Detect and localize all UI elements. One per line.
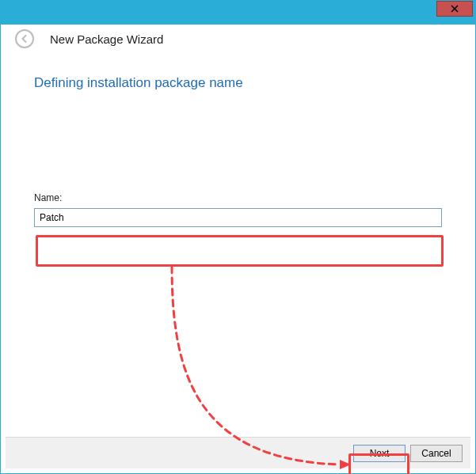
annotation-input-highlight [36,235,444,267]
name-field-block: Name: [34,192,442,227]
next-button[interactable]: Next [353,445,406,462]
step-heading: Defining installation package name [34,75,442,91]
cancel-button[interactable]: Cancel [410,445,463,462]
content-area: Defining installation package name Name: [6,53,470,227]
titlebar [1,1,475,25]
wizard-window: New Package Wizard Defining installation… [0,0,476,474]
name-label: Name: [34,192,442,203]
window-body: New Package Wizard Defining installation… [6,25,470,468]
back-button[interactable] [15,29,34,48]
close-button[interactable] [436,1,473,17]
back-arrow-icon [20,34,29,44]
wizard-title: New Package Wizard [50,32,163,46]
close-icon [451,5,459,13]
button-bar: Next Cancel [6,437,470,468]
name-input[interactable] [34,208,442,227]
header-row: New Package Wizard [6,25,470,53]
